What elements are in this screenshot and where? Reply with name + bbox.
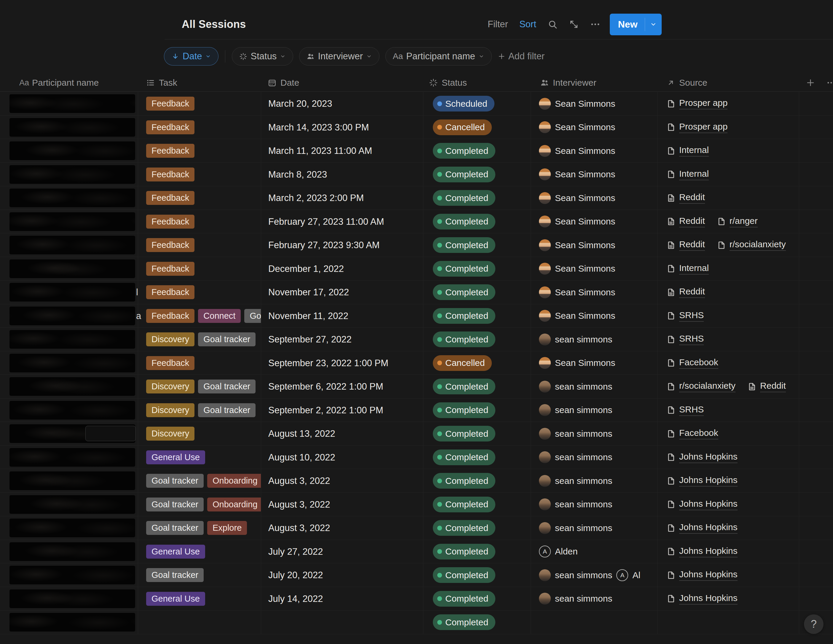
- interviewer-cell[interactable]: Sean Simmons: [539, 304, 658, 328]
- add-property-button[interactable]: [806, 74, 815, 92]
- status-badge[interactable]: Completed: [433, 261, 495, 277]
- participant-cell[interactable]: a: [0, 304, 138, 328]
- task-cell[interactable]: General Use: [146, 592, 261, 606]
- source-cell[interactable]: Redditr/socialanxiety: [666, 233, 799, 257]
- date-cell[interactable]: November 17, 2022: [268, 280, 421, 304]
- task-cell[interactable]: DiscoveryGoal tracker: [146, 380, 261, 393]
- date-cell[interactable]: March 2, 2023 2:00 PM: [268, 186, 421, 210]
- date-cell[interactable]: August 3, 2022: [268, 516, 421, 540]
- status-badge[interactable]: Completed: [433, 308, 495, 324]
- interviewer-cell[interactable]: sean simmons: [539, 587, 658, 611]
- source-cell[interactable]: r/socialanxietyReddit: [666, 375, 799, 399]
- status-badge[interactable]: Completed: [433, 449, 495, 465]
- task-cell[interactable]: Feedback: [146, 167, 261, 182]
- source-cell[interactable]: Internal: [666, 163, 799, 187]
- status-badge[interactable]: Completed: [433, 214, 495, 230]
- task-cell[interactable]: Feedback: [146, 215, 261, 229]
- participant-cell[interactable]: [0, 587, 138, 610]
- filter-pill-date[interactable]: Date: [164, 47, 219, 66]
- expand-icon[interactable]: [569, 19, 579, 29]
- date-cell[interactable]: August 10, 2022: [268, 446, 421, 469]
- status-badge[interactable]: Cancelled: [433, 355, 492, 371]
- status-badge[interactable]: Completed: [433, 284, 495, 300]
- date-cell[interactable]: July 14, 2022: [268, 587, 421, 611]
- status-badge[interactable]: Completed: [433, 378, 495, 394]
- source-link[interactable]: Internal: [666, 263, 709, 275]
- task-cell[interactable]: Feedback: [146, 356, 261, 370]
- date-cell[interactable]: September 23, 2022 1:00 PM: [268, 351, 421, 375]
- search-icon[interactable]: [548, 19, 558, 29]
- date-cell[interactable]: August 13, 2022: [268, 422, 421, 446]
- participant-cell[interactable]: [0, 351, 138, 375]
- status-badge[interactable]: Completed: [433, 591, 495, 607]
- date-cell[interactable]: December 1, 2022: [268, 257, 421, 281]
- interviewer-cell[interactable]: Sean Simmons: [539, 116, 658, 139]
- sort-button[interactable]: Sort: [519, 19, 536, 30]
- source-link[interactable]: Reddit: [666, 239, 705, 251]
- status-badge[interactable]: Completed: [433, 402, 495, 418]
- add-filter-button[interactable]: Add filter: [498, 51, 545, 62]
- date-cell[interactable]: September 6, 2022 1:00 PM: [268, 375, 421, 399]
- status-badge[interactable]: Cancelled: [433, 119, 492, 135]
- task-cell[interactable]: FeedbackConnectGoal tracker: [146, 309, 261, 323]
- source-link[interactable]: Johns Hopkins: [666, 593, 738, 605]
- task-cell[interactable]: Feedback: [146, 238, 261, 252]
- date-cell[interactable]: August 3, 2022: [268, 469, 421, 493]
- source-cell[interactable]: Johns Hopkins: [666, 493, 799, 517]
- source-link[interactable]: Reddit: [666, 192, 705, 204]
- participant-cell[interactable]: [0, 516, 138, 539]
- participant-cell[interactable]: [0, 163, 138, 186]
- interviewer-cell[interactable]: AAlden: [539, 540, 658, 564]
- date-cell[interactable]: March 14, 2023 3:00 PM: [268, 116, 421, 139]
- participant-cell[interactable]: [0, 399, 138, 422]
- source-cell[interactable]: Prosper app: [666, 92, 799, 116]
- status-badge[interactable]: Completed: [433, 143, 495, 159]
- view-title[interactable]: All Sessions: [182, 18, 246, 31]
- interviewer-cell[interactable]: sean simmonsAAl: [539, 564, 658, 587]
- source-cell[interactable]: [666, 610, 799, 634]
- source-link[interactable]: SRHS: [666, 404, 704, 416]
- source-link[interactable]: Prosper app: [666, 122, 727, 133]
- interviewer-cell[interactable]: Sean Simmons: [539, 280, 658, 304]
- participant-cell[interactable]: [0, 469, 138, 493]
- participant-cell[interactable]: [0, 493, 138, 516]
- status-badge[interactable]: Completed: [433, 237, 495, 253]
- task-cell[interactable]: Feedback: [146, 285, 261, 299]
- source-link[interactable]: Internal: [666, 169, 709, 180]
- table-settings-icon[interactable]: [827, 74, 833, 92]
- source-link[interactable]: Facebook: [666, 428, 718, 440]
- interviewer-cell[interactable]: Sean Simmons: [539, 210, 658, 233]
- date-cell[interactable]: February 27, 2023 9:30 AM: [268, 233, 421, 257]
- task-cell[interactable]: Feedback: [146, 121, 261, 134]
- source-link[interactable]: Reddit: [666, 287, 705, 298]
- date-cell[interactable]: November 11, 2022: [268, 304, 421, 328]
- date-cell[interactable]: August 3, 2022: [268, 493, 421, 517]
- participant-cell[interactable]: [0, 610, 138, 634]
- status-badge[interactable]: Completed: [433, 473, 495, 489]
- interviewer-cell[interactable]: Sean Simmons: [539, 186, 658, 210]
- participant-cell[interactable]: [0, 186, 138, 209]
- interviewer-cell[interactable]: sean simmons: [539, 328, 658, 351]
- interviewer-cell[interactable]: sean simmons: [539, 516, 658, 540]
- source-link[interactable]: r/anger: [717, 216, 758, 227]
- source-link[interactable]: SRHS: [666, 333, 704, 345]
- source-link[interactable]: Internal: [666, 145, 709, 156]
- task-cell[interactable]: Feedback: [146, 97, 261, 111]
- date-cell[interactable]: March 8, 2023: [268, 163, 421, 187]
- filter-pill-interviewer[interactable]: Interviewer: [299, 47, 380, 66]
- source-link[interactable]: Johns Hopkins: [666, 499, 738, 510]
- source-link[interactable]: Johns Hopkins: [666, 522, 738, 534]
- interviewer-cell[interactable]: Sean Simmons: [539, 257, 658, 281]
- new-button[interactable]: New: [610, 14, 662, 35]
- date-cell[interactable]: July 27, 2022: [268, 540, 421, 564]
- date-cell[interactable]: March 20, 2023: [268, 92, 421, 116]
- interviewer-cell[interactable]: sean simmons: [539, 422, 658, 446]
- interviewer-cell[interactable]: sean simmons: [539, 493, 658, 517]
- source-cell[interactable]: Johns Hopkins: [666, 446, 799, 469]
- date-cell[interactable]: February 27, 2023 11:00 AM: [268, 210, 421, 233]
- source-cell[interactable]: Johns Hopkins: [666, 540, 799, 564]
- task-cell[interactable]: Feedback: [146, 144, 261, 158]
- participant-cell[interactable]: [0, 210, 138, 233]
- source-cell[interactable]: Internal: [666, 139, 799, 163]
- task-cell[interactable]: General Use: [146, 545, 261, 559]
